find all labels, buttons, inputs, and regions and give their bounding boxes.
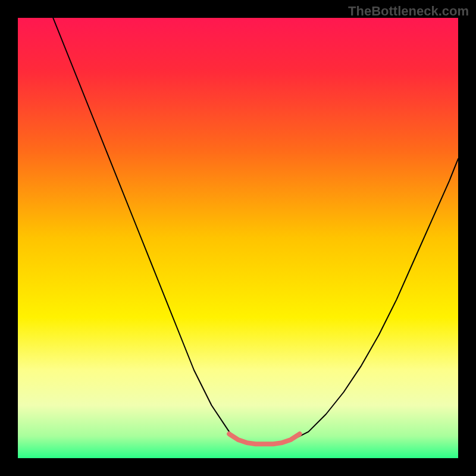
chart-svg <box>0 0 476 476</box>
watermark-text: TheBottleneck.com <box>348 4 469 19</box>
plot-background <box>18 18 458 458</box>
chart-container: TheBottleneck.com <box>0 0 476 476</box>
